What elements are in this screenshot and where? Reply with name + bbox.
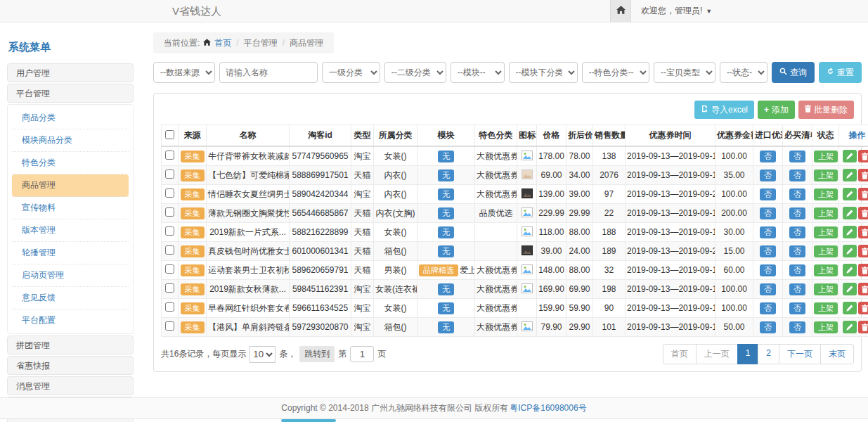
row-checkbox[interactable]	[165, 226, 174, 236]
status-badge[interactable]: 上架	[814, 207, 838, 219]
import-select-badge[interactable]: 否	[760, 245, 776, 257]
status-badge[interactable]: 上架	[814, 321, 838, 333]
filter-select[interactable]: 一级分类	[322, 62, 380, 83]
sidebar-group[interactable]: 平台管理	[7, 84, 134, 103]
jump-button[interactable]: 跳转到	[299, 346, 335, 362]
row-checkbox[interactable]	[165, 188, 174, 198]
edit-button[interactable]	[843, 264, 857, 276]
icp-link[interactable]: 粤ICP备16098006号	[510, 402, 586, 414]
row-checkbox[interactable]	[165, 151, 174, 160]
row-checkbox[interactable]	[165, 170, 174, 179]
edit-button[interactable]	[843, 150, 857, 162]
import-select-badge[interactable]: 否	[760, 207, 776, 219]
status-badge[interactable]: 上架	[814, 170, 838, 181]
page-button[interactable]: 首页	[663, 344, 697, 364]
page-button[interactable]: 末页	[820, 344, 854, 364]
import-select-badge[interactable]: 否	[760, 321, 776, 333]
sidebar-item[interactable]: 特色分类	[12, 152, 129, 174]
select-all-checkbox[interactable]	[165, 130, 174, 139]
query-button[interactable]: 查询	[772, 62, 815, 83]
delete-button[interactable]	[858, 226, 868, 238]
delete-button[interactable]	[858, 207, 868, 219]
page-button[interactable]: 下一页	[779, 344, 821, 364]
home-button[interactable]	[610, 0, 631, 22]
edit-button[interactable]	[843, 207, 857, 219]
sidebar-item[interactable]: 宣传物料	[12, 197, 129, 219]
status-badge[interactable]: 上架	[814, 302, 838, 314]
add-button[interactable]: + 添加	[758, 101, 795, 119]
import-select-badge[interactable]: 否	[760, 264, 776, 276]
import-select-badge[interactable]: 否	[760, 151, 776, 162]
must-buy-badge[interactable]: 否	[789, 302, 805, 314]
delete-button[interactable]	[858, 283, 868, 295]
must-buy-badge[interactable]: 否	[789, 207, 805, 219]
delete-button[interactable]	[858, 302, 868, 314]
status-badge[interactable]: 上架	[814, 188, 838, 200]
import-select-badge[interactable]: 否	[760, 170, 776, 181]
filter-select[interactable]: --模块下分类--	[509, 62, 578, 83]
must-buy-badge[interactable]: 否	[789, 264, 805, 276]
name-search-input[interactable]	[219, 62, 318, 83]
sidebar-group[interactable]: 省惠快报	[7, 356, 134, 375]
import-select-badge[interactable]: 否	[760, 226, 776, 238]
reset-button[interactable]: 重置	[819, 62, 862, 83]
row-checkbox[interactable]	[165, 302, 174, 312]
edit-button[interactable]	[843, 321, 857, 333]
status-badge[interactable]: 上架	[814, 283, 838, 295]
edit-button[interactable]	[843, 302, 857, 314]
status-badge[interactable]: 上架	[814, 151, 838, 162]
sidebar-group[interactable]: 消息管理	[7, 376, 134, 395]
horizontal-scrollbar-thumb[interactable]	[281, 419, 336, 422]
must-buy-badge[interactable]: 否	[789, 245, 805, 257]
status-badge[interactable]: 上架	[814, 264, 838, 276]
import-excel-button[interactable]: 导入excel	[694, 101, 754, 119]
sidebar-group[interactable]: 用户管理	[7, 63, 134, 82]
must-buy-badge[interactable]: 否	[789, 283, 805, 295]
user-menu[interactable]: 欢迎您，管理员! ▼	[631, 5, 722, 17]
delete-button[interactable]	[858, 188, 868, 200]
filter-select[interactable]: --特色分类--	[582, 62, 649, 83]
sidebar-item[interactable]: 轮播管理	[12, 242, 129, 264]
breadcrumb-home-link[interactable]: 首页	[214, 37, 231, 49]
row-checkbox[interactable]	[165, 321, 174, 331]
sidebar-item[interactable]: 启动页管理	[12, 264, 129, 287]
must-buy-badge[interactable]: 否	[789, 321, 805, 333]
edit-button[interactable]	[843, 169, 857, 181]
filter-select[interactable]: --二级分类--	[384, 62, 446, 83]
delete-button[interactable]	[858, 264, 868, 276]
delete-button[interactable]	[858, 150, 868, 162]
jump-page-input[interactable]	[350, 346, 374, 362]
filter-select[interactable]: --模块--	[451, 62, 505, 83]
row-checkbox[interactable]	[165, 283, 174, 293]
must-buy-badge[interactable]: 否	[789, 151, 805, 162]
sidebar-item[interactable]: 平台配置	[12, 309, 129, 331]
page-button[interactable]: 2	[758, 344, 779, 364]
status-badge[interactable]: 上架	[814, 226, 838, 238]
edit-button[interactable]	[843, 283, 857, 295]
must-buy-badge[interactable]: 否	[789, 188, 805, 200]
sidebar-item-active[interactable]: 商品管理	[12, 174, 129, 197]
row-checkbox[interactable]	[165, 207, 174, 217]
edit-button[interactable]	[843, 226, 857, 238]
delete-button[interactable]	[858, 245, 868, 257]
import-select-badge[interactable]: 否	[760, 302, 776, 314]
filter-select[interactable]: --宝贝类型--	[654, 62, 715, 83]
sidebar-item[interactable]: 模块商品分类	[12, 129, 129, 152]
status-badge[interactable]: 上架	[814, 245, 838, 257]
row-checkbox[interactable]	[165, 245, 174, 255]
edit-button[interactable]	[843, 188, 857, 200]
page-button[interactable]: 上一页	[696, 344, 738, 364]
per-page-select[interactable]: 10	[250, 346, 276, 363]
sidebar-group[interactable]: 拼团管理	[7, 335, 134, 354]
import-select-badge[interactable]: 否	[760, 188, 776, 200]
must-buy-badge[interactable]: 否	[789, 170, 805, 181]
delete-button[interactable]	[858, 321, 868, 333]
must-buy-badge[interactable]: 否	[789, 226, 805, 238]
edit-button[interactable]	[843, 245, 857, 257]
page-button[interactable]: 1	[737, 344, 759, 364]
batch-delete-button[interactable]: 批量删除	[798, 101, 854, 119]
import-select-badge[interactable]: 否	[760, 283, 776, 295]
filter-select[interactable]: --数据来源--	[153, 62, 215, 83]
filter-select[interactable]: --状态--	[720, 62, 767, 83]
row-checkbox[interactable]	[165, 264, 174, 274]
